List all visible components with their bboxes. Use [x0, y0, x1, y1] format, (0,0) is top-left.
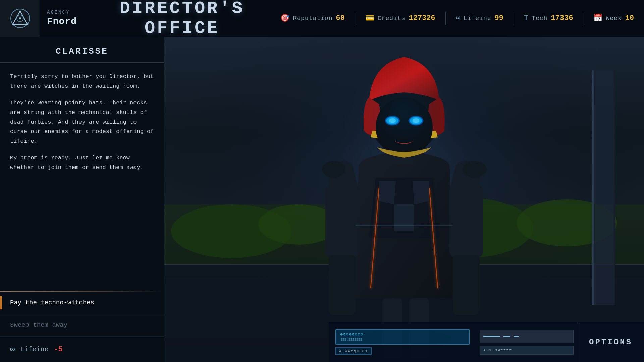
- svg-rect-14: [614, 70, 615, 305]
- svg-rect-12: [594, 70, 614, 305]
- tech-value: 17336: [551, 14, 573, 22]
- character-svg: [164, 37, 644, 362]
- choice-indicator: [0, 296, 2, 309]
- hud-text-1: ФФФФФФФФ: [340, 333, 465, 337]
- stat-divider-3: [514, 12, 514, 25]
- agency-label: AGENCY: [47, 10, 77, 15]
- credits-label: Credits: [378, 15, 406, 22]
- svg-point-40: [361, 67, 448, 161]
- reputation-icon: 🎯: [280, 14, 289, 23]
- week-icon: 📅: [593, 14, 602, 23]
- options-button[interactable]: OPTIONS: [589, 338, 632, 347]
- bottom-hud: ФФФФФФФФ ΞΞΞ:ΞΞΞΞΞΞΞ X СФУДИЕН1 АΞ1ΞЗЯ≡≡…: [329, 322, 644, 362]
- hud-text-3: X СФУДИЕН1: [335, 347, 372, 355]
- svg-point-3: [19, 17, 21, 19]
- lifeline-label: Lifeine: [464, 15, 491, 22]
- choice-1-label: Pay the techno-witches: [10, 299, 94, 306]
- lifeline-icon: ∞: [456, 14, 460, 22]
- cost-section: ∞ Lifeine -5: [0, 337, 164, 362]
- agency-icon: [10, 8, 30, 28]
- reputation-stat: 🎯 Reputation 60: [280, 14, 344, 23]
- week-label: Week: [606, 15, 622, 22]
- svg-point-43: [463, 161, 486, 178]
- character-background: ФФФФФФФФ ΞΞΞ:ΞΞΞΞΞΞΞ X СФУДИЕН1 АΞ1ΞЗЯ≡≡…: [164, 37, 644, 362]
- choices-section: Pay the techno-witches Sweep them away: [0, 292, 164, 337]
- header: AGENCY Fnord DIRECTOR'S OFFICE 🎯 Reputat…: [0, 0, 644, 37]
- agency-name: Fnord: [47, 16, 77, 27]
- reputation-value: 60: [336, 14, 344, 22]
- choice-2-label: Sweep them away: [10, 321, 67, 329]
- hud-text-2: ΞΞΞ:ΞΞΞΞΞΞΞ: [340, 338, 465, 342]
- cost-label: Lifeine: [20, 346, 48, 353]
- credits-icon: 💳: [365, 14, 374, 23]
- lifeline-stat: ∞ Lifeine 99: [456, 14, 503, 22]
- stat-divider-2: [445, 12, 446, 25]
- svg-rect-41: [356, 225, 453, 226]
- page-title: DIRECTOR'S OFFICE: [84, 0, 280, 38]
- choice-pay-witches[interactable]: Pay the techno-witches: [0, 292, 164, 314]
- svg-rect-18: [325, 184, 359, 258]
- hud-left: ФФФФФФФФ ΞΞΞ:ΞΞΞΞΞΞΞ X СФУДИЕН1: [329, 326, 476, 358]
- dialogue-para-3: My broom is ready. Just let me know whet…: [10, 153, 154, 173]
- stats-bar: 🎯 Reputation 60 💳 Credits 127326 ∞ Lifei…: [280, 12, 644, 25]
- tech-stat: T Tech 17336: [524, 14, 573, 22]
- hud-middle: АΞ1ΞЗЯ≡≡≡≡: [476, 326, 577, 358]
- dialogue-para-2: They're wearing pointy hats. Their necks…: [10, 98, 154, 146]
- tech-icon: T: [524, 14, 528, 22]
- left-panel: CLARISSE Terribly sorry to bother you Di…: [0, 37, 164, 362]
- cost-value: -5: [54, 345, 62, 354]
- agency-info: AGENCY Fnord: [40, 7, 84, 29]
- week-value: 10: [625, 14, 634, 22]
- lifeline-value: 99: [495, 14, 503, 22]
- cost-icon: ∞: [10, 345, 15, 354]
- dialogue-para-1: Terribly sorry to bother you Director, b…: [10, 72, 154, 92]
- character-name: CLARISSE: [0, 37, 164, 63]
- choice-sweep-away[interactable]: Sweep them away: [0, 314, 164, 337]
- hud-text-4: АΞ1ΞЗЯ≡≡≡≡: [483, 348, 570, 352]
- hud-screen-1: ФФФФФФФФ ΞΞΞ:ΞΞΞΞΞΞΞ: [335, 329, 470, 345]
- tech-label: Tech: [532, 15, 547, 22]
- credits-value: 127326: [409, 14, 435, 22]
- stat-divider-1: [355, 12, 355, 25]
- reputation-label: Reputation: [293, 15, 332, 22]
- stat-divider-4: [583, 12, 583, 25]
- dialogue-text: Terribly sorry to bother you Director, b…: [0, 63, 164, 291]
- svg-point-42: [322, 161, 345, 178]
- agency-logo: [0, 0, 40, 37]
- week-stat: 📅 Week 10: [593, 14, 634, 23]
- hud-bar-1: [480, 330, 574, 343]
- hud-right[interactable]: OPTIONS: [577, 322, 644, 362]
- svg-rect-13: [592, 70, 594, 305]
- right-panel: ФФФФФФФФ ΞΞΞ:ΞΞΞΞΞΞΞ X СФУДИЕН1 АΞ1ΞЗЯ≡≡…: [164, 37, 644, 362]
- svg-rect-20: [329, 255, 356, 315]
- credits-stat: 💳 Credits 127326: [365, 14, 435, 23]
